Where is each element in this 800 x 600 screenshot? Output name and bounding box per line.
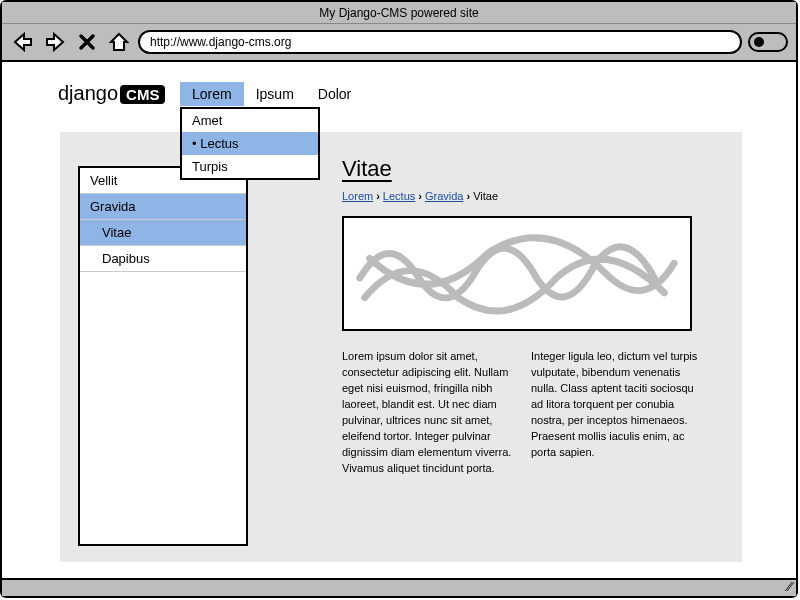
dropdown-item-turpis[interactable]: Turpis bbox=[182, 155, 318, 178]
forward-icon[interactable] bbox=[42, 30, 68, 54]
breadcrumb-link[interactable]: Lorem bbox=[342, 190, 373, 202]
browser-toolbar: http://www.django-cms.org bbox=[2, 24, 796, 62]
breadcrumb: Lorem›Lectus›Gravida›Vitae bbox=[342, 190, 702, 202]
logo-text: django bbox=[58, 82, 118, 104]
top-nav: Lorem Ipsum Dolor bbox=[180, 82, 363, 106]
breadcrumb-link[interactable]: Gravida bbox=[425, 190, 464, 202]
sidebar-item-vitae[interactable]: Vitae bbox=[80, 220, 246, 246]
browser-window: My Django-CMS powered site http://www.dj… bbox=[0, 0, 798, 598]
nav-item-dolor[interactable]: Dolor bbox=[306, 82, 363, 106]
url-input[interactable]: http://www.django-cms.org bbox=[138, 30, 742, 54]
back-icon[interactable] bbox=[10, 30, 36, 54]
home-icon[interactable] bbox=[106, 30, 132, 54]
stop-icon[interactable] bbox=[74, 30, 100, 54]
status-bar: ⁄⁄ bbox=[2, 578, 796, 596]
chevron-right-icon: › bbox=[466, 190, 470, 202]
chevron-right-icon: › bbox=[418, 190, 422, 202]
breadcrumb-current: Vitae bbox=[473, 190, 498, 202]
dropdown-item-lectus[interactable]: Lectus bbox=[182, 132, 318, 155]
image-placeholder bbox=[342, 216, 692, 331]
sidebar: Vellit Gravida Vitae Dapibus bbox=[78, 166, 248, 546]
chevron-right-icon: › bbox=[376, 190, 380, 202]
dropdown-item-amet[interactable]: Amet bbox=[182, 109, 318, 132]
logo-badge: CMS bbox=[120, 85, 165, 104]
sidebar-item-dapibus[interactable]: Dapibus bbox=[80, 246, 246, 272]
resize-grip-icon[interactable]: ⁄⁄ bbox=[788, 580, 792, 594]
body-text: Lorem ipsum dolor sit amet, consectetur … bbox=[342, 349, 702, 477]
sidebar-item-gravida[interactable]: Gravida bbox=[80, 194, 246, 220]
window-title: My Django-CMS powered site bbox=[2, 2, 796, 24]
nav-item-ipsum[interactable]: Ipsum bbox=[244, 82, 306, 106]
page-title: Vitae bbox=[342, 156, 702, 182]
scribble-icon bbox=[350, 224, 684, 327]
nav-item-lorem[interactable]: Lorem bbox=[180, 82, 244, 106]
site-logo[interactable]: djangoCMS bbox=[58, 82, 165, 105]
page-content: djangoCMS Vellit Gravida Vitae Dapibus V… bbox=[2, 62, 796, 574]
breadcrumb-link[interactable]: Lectus bbox=[383, 190, 415, 202]
main-panel: Vitae Lorem›Lectus›Gravida›Vitae Lorem i… bbox=[302, 142, 742, 554]
nav-dropdown: Amet Lectus Turpis bbox=[180, 107, 320, 180]
loading-indicator-icon bbox=[748, 32, 788, 52]
